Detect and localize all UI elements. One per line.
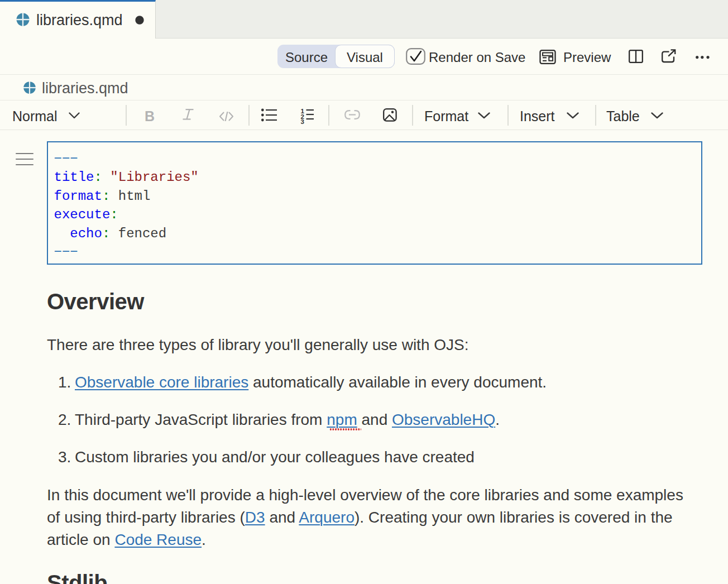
- svg-text:3: 3: [301, 118, 304, 124]
